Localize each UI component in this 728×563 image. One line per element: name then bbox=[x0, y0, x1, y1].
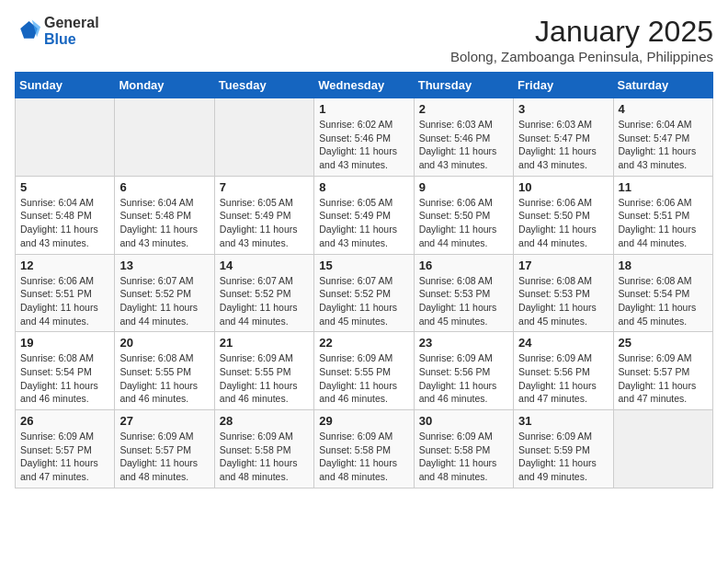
calendar-cell: 14Sunrise: 6:07 AM Sunset: 5:52 PM Dayli… bbox=[214, 254, 313, 332]
page-header: General Blue January 2025 Bolong, Zamboa… bbox=[15, 15, 713, 64]
title-block: January 2025 Bolong, Zamboanga Peninsula… bbox=[450, 15, 713, 64]
calendar-cell: 27Sunrise: 6:09 AM Sunset: 5:57 PM Dayli… bbox=[115, 410, 214, 488]
logo: General Blue bbox=[15, 15, 99, 48]
day-info: Sunrise: 6:08 AM Sunset: 5:55 PM Dayligh… bbox=[119, 351, 209, 406]
day-number: 26 bbox=[20, 414, 109, 428]
day-info: Sunrise: 6:06 AM Sunset: 5:50 PM Dayligh… bbox=[419, 196, 508, 250]
day-number: 30 bbox=[419, 414, 508, 428]
day-number: 28 bbox=[220, 414, 309, 428]
day-number: 1 bbox=[319, 102, 408, 116]
calendar-cell: 16Sunrise: 6:08 AM Sunset: 5:53 PM Dayli… bbox=[414, 254, 513, 332]
day-info: Sunrise: 6:09 AM Sunset: 5:58 PM Dayligh… bbox=[419, 430, 508, 484]
day-info: Sunrise: 6:09 AM Sunset: 5:57 PM Dayligh… bbox=[20, 430, 109, 484]
day-info: Sunrise: 6:03 AM Sunset: 5:46 PM Dayligh… bbox=[419, 118, 508, 172]
calendar-cell: 10Sunrise: 6:06 AM Sunset: 5:50 PM Dayli… bbox=[514, 176, 613, 254]
calendar-cell: 31Sunrise: 6:09 AM Sunset: 5:59 PM Dayli… bbox=[514, 410, 613, 488]
day-info: Sunrise: 6:09 AM Sunset: 5:57 PM Dayligh… bbox=[119, 430, 209, 484]
calendar-cell bbox=[613, 410, 712, 488]
page-title: January 2025 bbox=[450, 15, 713, 49]
calendar-cell: 26Sunrise: 6:09 AM Sunset: 5:57 PM Dayli… bbox=[16, 410, 115, 488]
day-info: Sunrise: 6:06 AM Sunset: 5:51 PM Dayligh… bbox=[619, 196, 708, 250]
calendar-cell bbox=[214, 98, 313, 177]
day-number: 17 bbox=[518, 259, 608, 272]
day-number: 23 bbox=[419, 336, 508, 350]
day-number: 31 bbox=[518, 414, 608, 428]
calendar-header-friday: Friday bbox=[514, 73, 613, 98]
day-number: 25 bbox=[619, 336, 708, 350]
day-number: 19 bbox=[20, 336, 109, 350]
day-number: 9 bbox=[419, 180, 508, 194]
calendar-cell: 23Sunrise: 6:09 AM Sunset: 5:56 PM Dayli… bbox=[414, 332, 513, 410]
calendar-week-row: 5Sunrise: 6:04 AM Sunset: 5:48 PM Daylig… bbox=[16, 176, 713, 254]
day-info: Sunrise: 6:09 AM Sunset: 5:59 PM Dayligh… bbox=[518, 430, 608, 484]
day-info: Sunrise: 6:09 AM Sunset: 5:58 PM Dayligh… bbox=[220, 430, 309, 484]
day-number: 13 bbox=[119, 259, 209, 272]
calendar-cell: 7Sunrise: 6:05 AM Sunset: 5:49 PM Daylig… bbox=[214, 176, 313, 254]
calendar-header-sunday: Sunday bbox=[16, 73, 115, 98]
calendar-cell: 13Sunrise: 6:07 AM Sunset: 5:52 PM Dayli… bbox=[115, 254, 214, 332]
day-info: Sunrise: 6:07 AM Sunset: 5:52 PM Dayligh… bbox=[319, 274, 408, 328]
day-info: Sunrise: 6:02 AM Sunset: 5:46 PM Dayligh… bbox=[319, 118, 408, 172]
calendar-cell bbox=[16, 98, 115, 177]
calendar-cell: 3Sunrise: 6:03 AM Sunset: 5:47 PM Daylig… bbox=[514, 98, 613, 177]
calendar-cell: 19Sunrise: 6:08 AM Sunset: 5:54 PM Dayli… bbox=[16, 332, 115, 410]
day-info: Sunrise: 6:04 AM Sunset: 5:48 PM Dayligh… bbox=[20, 196, 109, 250]
calendar-cell: 24Sunrise: 6:09 AM Sunset: 5:56 PM Dayli… bbox=[514, 332, 613, 410]
calendar-cell: 1Sunrise: 6:02 AM Sunset: 5:46 PM Daylig… bbox=[314, 98, 414, 177]
calendar-header-saturday: Saturday bbox=[613, 73, 712, 98]
day-info: Sunrise: 6:09 AM Sunset: 5:55 PM Dayligh… bbox=[319, 351, 408, 406]
calendar-week-row: 1Sunrise: 6:02 AM Sunset: 5:46 PM Daylig… bbox=[16, 98, 713, 177]
calendar-cell: 17Sunrise: 6:08 AM Sunset: 5:53 PM Dayli… bbox=[514, 254, 613, 332]
calendar-cell: 15Sunrise: 6:07 AM Sunset: 5:52 PM Dayli… bbox=[314, 254, 414, 332]
day-info: Sunrise: 6:09 AM Sunset: 5:57 PM Dayligh… bbox=[619, 351, 708, 406]
day-number: 5 bbox=[20, 180, 109, 194]
day-info: Sunrise: 6:08 AM Sunset: 5:53 PM Dayligh… bbox=[518, 274, 608, 328]
day-number: 21 bbox=[220, 336, 309, 350]
calendar-cell: 28Sunrise: 6:09 AM Sunset: 5:58 PM Dayli… bbox=[214, 410, 313, 488]
day-info: Sunrise: 6:07 AM Sunset: 5:52 PM Dayligh… bbox=[119, 274, 209, 328]
day-info: Sunrise: 6:04 AM Sunset: 5:47 PM Dayligh… bbox=[619, 118, 708, 172]
calendar-cell: 2Sunrise: 6:03 AM Sunset: 5:46 PM Daylig… bbox=[414, 98, 513, 177]
day-number: 8 bbox=[319, 180, 408, 194]
day-info: Sunrise: 6:08 AM Sunset: 5:54 PM Dayligh… bbox=[20, 351, 109, 406]
day-info: Sunrise: 6:09 AM Sunset: 5:58 PM Dayligh… bbox=[319, 430, 408, 484]
day-info: Sunrise: 6:04 AM Sunset: 5:48 PM Dayligh… bbox=[119, 196, 209, 250]
day-number: 10 bbox=[518, 180, 608, 194]
day-number: 20 bbox=[119, 336, 209, 350]
day-info: Sunrise: 6:05 AM Sunset: 5:49 PM Dayligh… bbox=[319, 196, 408, 250]
calendar-header-thursday: Thursday bbox=[414, 73, 513, 98]
day-info: Sunrise: 6:09 AM Sunset: 5:56 PM Dayligh… bbox=[518, 351, 608, 406]
day-number: 6 bbox=[119, 180, 209, 194]
calendar-cell: 20Sunrise: 6:08 AM Sunset: 5:55 PM Dayli… bbox=[115, 332, 214, 410]
calendar-cell: 29Sunrise: 6:09 AM Sunset: 5:58 PM Dayli… bbox=[314, 410, 414, 488]
calendar-cell: 12Sunrise: 6:06 AM Sunset: 5:51 PM Dayli… bbox=[16, 254, 115, 332]
calendar-cell: 11Sunrise: 6:06 AM Sunset: 5:51 PM Dayli… bbox=[613, 176, 712, 254]
calendar-cell: 22Sunrise: 6:09 AM Sunset: 5:55 PM Dayli… bbox=[314, 332, 414, 410]
day-info: Sunrise: 6:09 AM Sunset: 5:56 PM Dayligh… bbox=[419, 351, 508, 406]
day-info: Sunrise: 6:07 AM Sunset: 5:52 PM Dayligh… bbox=[220, 274, 309, 328]
calendar-week-row: 12Sunrise: 6:06 AM Sunset: 5:51 PM Dayli… bbox=[16, 254, 713, 332]
logo-general-text: General bbox=[44, 15, 99, 31]
day-number: 16 bbox=[419, 259, 508, 272]
calendar-cell: 30Sunrise: 6:09 AM Sunset: 5:58 PM Dayli… bbox=[414, 410, 513, 488]
day-number: 15 bbox=[319, 259, 408, 272]
day-number: 11 bbox=[619, 180, 708, 194]
day-info: Sunrise: 6:06 AM Sunset: 5:51 PM Dayligh… bbox=[20, 274, 109, 328]
calendar-cell: 25Sunrise: 6:09 AM Sunset: 5:57 PM Dayli… bbox=[613, 332, 712, 410]
day-number: 27 bbox=[119, 414, 209, 428]
calendar-header-row: SundayMondayTuesdayWednesdayThursdayFrid… bbox=[16, 73, 713, 98]
day-info: Sunrise: 6:09 AM Sunset: 5:55 PM Dayligh… bbox=[220, 351, 309, 406]
day-info: Sunrise: 6:03 AM Sunset: 5:47 PM Dayligh… bbox=[518, 118, 608, 172]
calendar-header-wednesday: Wednesday bbox=[314, 73, 414, 98]
day-number: 24 bbox=[518, 336, 608, 350]
calendar-header-tuesday: Tuesday bbox=[214, 73, 313, 98]
calendar-header-monday: Monday bbox=[115, 73, 214, 98]
day-number: 4 bbox=[619, 102, 708, 116]
calendar-cell: 9Sunrise: 6:06 AM Sunset: 5:50 PM Daylig… bbox=[414, 176, 513, 254]
day-number: 7 bbox=[220, 180, 309, 194]
calendar-cell: 6Sunrise: 6:04 AM Sunset: 5:48 PM Daylig… bbox=[115, 176, 214, 254]
day-number: 12 bbox=[20, 259, 109, 272]
day-info: Sunrise: 6:06 AM Sunset: 5:50 PM Dayligh… bbox=[518, 196, 608, 250]
calendar-week-row: 26Sunrise: 6:09 AM Sunset: 5:57 PM Dayli… bbox=[16, 410, 713, 488]
calendar-cell bbox=[115, 98, 214, 177]
